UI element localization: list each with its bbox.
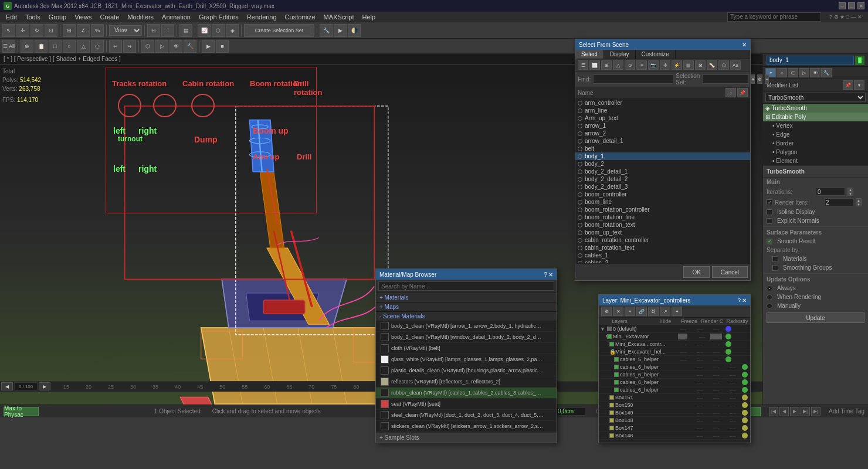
filter-groups-btn[interactable]: ▤ [683, 60, 694, 70]
filter-shape-btn[interactable]: ⊙ [625, 60, 635, 70]
graph-editor-btn[interactable]: 📈 [198, 24, 211, 37]
iterations-down[interactable]: ▼ [847, 192, 853, 196]
utilities-panel-btn[interactable]: 🔧 [821, 68, 832, 77]
modifier-border[interactable]: • Border [763, 139, 868, 148]
select-filter[interactable]: ☰ All [2, 40, 15, 53]
obj-boom-rot-ctrl[interactable]: boom_rotation_controller [575, 206, 750, 213]
render-iters-up[interactable]: ▲ [856, 198, 862, 202]
undo-btn[interactable]: ↩ [109, 40, 122, 53]
render-btn[interactable]: ▶ [334, 24, 347, 37]
mat-browser-close-btn[interactable]: ✕ [548, 271, 553, 278]
configure-btn[interactable]: ▾ [854, 80, 864, 90]
invert-btn[interactable]: ⊞ [601, 60, 612, 70]
max-to-physac-btn[interactable]: Max to Physac [4, 407, 39, 416]
create-selection-btn[interactable]: Create Selection Set [244, 24, 314, 37]
mat-rubber-clean[interactable]: rubber_clean (VRayMtl) [cables_1,cables_… [376, 388, 557, 399]
obj-cabin-rot-text[interactable]: cabin_rotation_text [575, 244, 750, 252]
mirror-btn[interactable]: ⊟ [147, 24, 160, 37]
play-btn[interactable]: ▶ [202, 40, 215, 53]
select-tab-select[interactable]: Select [575, 50, 604, 59]
scene-materials-section[interactable]: - Scene Materials [376, 311, 557, 321]
selection-set-tools-btn[interactable]: ⚙ [757, 74, 762, 84]
layer-list[interactable]: ▼ 0 (default) ---- ---- ---- ▼ Mini_Exca… [599, 325, 750, 443]
explicit-checkbox[interactable] [767, 218, 772, 224]
title-controls[interactable]: ─ □ ✕ [839, 2, 864, 9]
material-editor-btn[interactable]: ◈ [226, 24, 239, 37]
layer-cables5-helper[interactable]: — cables_5_helper ---- ---- ---- [599, 356, 750, 363]
menu-item-modifiers[interactable]: Modifiers [124, 13, 157, 21]
layer-highlight-btn[interactable]: ✦ [672, 307, 682, 316]
layer-mini-excavator[interactable]: ▼ Mini_Excavator ---- [599, 333, 750, 341]
cancel-button[interactable]: Cancel [712, 266, 748, 278]
mat-seat[interactable]: seat (VRayMtl) [seat] [376, 399, 557, 410]
motion-btn[interactable]: ▷ [155, 40, 168, 53]
none-btn[interactable]: ⬜ [589, 60, 600, 70]
select-dialog-close[interactable]: ✕ [742, 42, 747, 48]
obj-body2-detail3[interactable]: body_2_detail_3 [575, 183, 750, 191]
select-lasso-btn[interactable]: ◌ [91, 40, 104, 53]
selection-set-new-btn[interactable]: + [765, 74, 769, 84]
obj-body2-detail2[interactable]: body_2_detail_2 [575, 175, 750, 183]
filter-cam-btn[interactable]: 📷 [648, 60, 659, 70]
modifier-vertex[interactable]: • Vertex [763, 121, 868, 130]
update-button[interactable]: Update [767, 312, 864, 323]
menu-item-maxscript[interactable]: MAXScript [320, 13, 358, 21]
snap-btn[interactable]: ⊞ [63, 24, 76, 37]
obj-boom-controller[interactable]: boom_controller [575, 191, 750, 198]
layer-box150[interactable]: — Box150 ---- ---- ---- [599, 402, 750, 409]
layer-mgr-btn[interactable]: ▤ [179, 24, 192, 37]
modifier-dropdown[interactable]: TurboSmooth [765, 93, 866, 102]
percent-snap-btn[interactable]: % [91, 24, 104, 37]
separate-mat-checkbox[interactable] [772, 256, 778, 262]
iterations-input[interactable]: 0 [816, 188, 845, 196]
layer-box149[interactable]: — Box149 ---- ---- ---- [599, 409, 750, 417]
mat-body2-clean[interactable]: body_2_clean (VRayMtl) [window_detail_1,… [376, 332, 557, 343]
reference-coord[interactable]: View World Local [109, 25, 142, 36]
layer-delete-btn[interactable]: ✕ [613, 307, 623, 316]
object-list[interactable]: arm_controller arm_line Arm_up_text arro… [575, 99, 750, 263]
materials-section[interactable]: + Materials [376, 293, 557, 302]
active-shade-btn[interactable]: 🌗 [348, 24, 361, 37]
layer-checkbox[interactable] [678, 334, 687, 339]
render-iters-checkbox[interactable]: ✓ [767, 199, 772, 205]
layer-box147[interactable]: — Box147 ---- ---- ---- [599, 424, 750, 432]
rotate-btn[interactable]: ↻ [30, 24, 43, 37]
obj-arm-up-text[interactable]: Arm_up_text [575, 114, 750, 122]
pin-btn[interactable]: 📌 [737, 88, 748, 97]
manually-radio[interactable] [767, 303, 772, 309]
layer-box151[interactable]: — Box151 ---- ---- ---- [599, 394, 750, 402]
stop-btn[interactable]: ■ [216, 40, 229, 53]
modifier-edge[interactable]: • Edge [763, 130, 868, 139]
layer-panel-close-btn[interactable]: ✕ [742, 297, 747, 304]
render-iters-input[interactable] [824, 198, 853, 206]
iterations-up[interactable]: ▲ [847, 188, 853, 192]
mat-reflectors[interactable]: reflectors (VRayMtl) [reflectors_1, refl… [376, 376, 557, 388]
utilities-btn[interactable]: 🔨 [184, 40, 196, 53]
layer-settings-btn[interactable]: ⚙ [601, 307, 612, 316]
display-panel-btn[interactable]: 👁 [810, 68, 820, 77]
z-input[interactable] [556, 407, 585, 416]
menu-item-create[interactable]: Create [96, 13, 123, 21]
mat-stickers-clean[interactable]: stickers_clean (VRayMtl) [stickers_arrow… [376, 421, 557, 432]
obj-boom-rot-line[interactable]: boom_rotation_line [575, 213, 750, 221]
layer-cables6-helper-4[interactable]: — cables_6_helper ---- ---- ---- [599, 386, 750, 394]
ok-button[interactable]: OK [683, 266, 709, 278]
menu-item-tools[interactable]: Tools [22, 13, 44, 21]
mat-glass-white[interactable]: glass_white (VRayMtl) [lamps_glasses_1,l… [376, 354, 557, 365]
mat-search-input[interactable] [378, 281, 554, 291]
filter-bones-btn[interactable]: 🦴 [707, 60, 717, 70]
layer-mini-excava-ctrl[interactable]: — Mini_Excava...contr... ---- ---- ---- [599, 341, 750, 348]
angle-snap-btn[interactable]: ∠ [77, 24, 90, 37]
mat-plastic-details[interactable]: plastic_details_clean (VRayMtl) [housing… [376, 365, 557, 376]
menu-item-customize[interactable]: Customize [282, 13, 319, 21]
separate-smooth-checkbox[interactable] [772, 265, 778, 271]
object-name-input[interactable] [767, 56, 854, 65]
when-rendering-radio[interactable] [767, 294, 772, 300]
filter-helper-btn[interactable]: ✛ [660, 60, 670, 70]
scale-btn[interactable]: ⊡ [45, 24, 57, 37]
hierarchy-btn[interactable]: ⬡ [141, 40, 154, 53]
maps-section[interactable]: + Maps [376, 302, 557, 311]
obj-boom-up-text[interactable]: boom_up_text [575, 229, 750, 236]
filter-light-btn[interactable]: ☀ [636, 60, 647, 70]
layer-box146[interactable]: — Box146 ---- ---- ---- [599, 432, 750, 440]
